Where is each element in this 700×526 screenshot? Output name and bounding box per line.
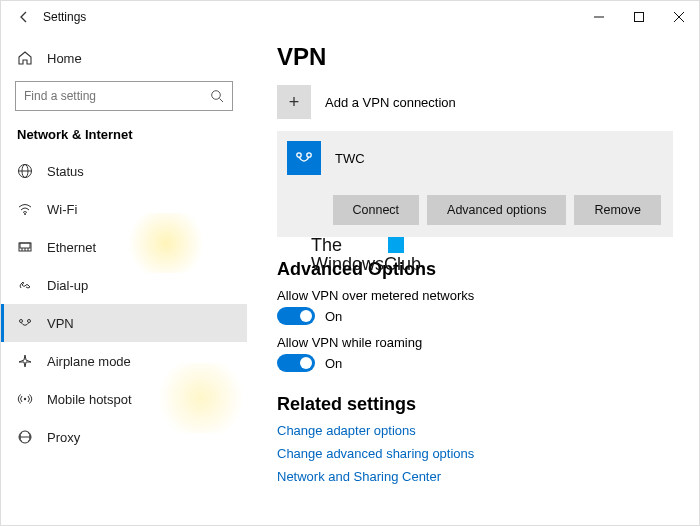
main-pane: VPN + Add a VPN connection TWC Connect A… — [247, 33, 699, 526]
sidebar: Home Network & Internet Status Wi-Fi Eth… — [1, 33, 247, 526]
svg-point-21 — [307, 153, 311, 157]
sidebar-item-status[interactable]: Status — [1, 152, 247, 190]
window-title: Settings — [43, 10, 86, 24]
maximize-button[interactable] — [619, 1, 659, 33]
opt-metered-label: Allow VPN over metered networks — [277, 288, 673, 303]
svg-point-17 — [24, 398, 26, 400]
svg-line-5 — [220, 99, 224, 103]
wifi-icon — [17, 201, 33, 217]
sidebar-item-ethernet[interactable]: Ethernet — [1, 228, 247, 266]
toggle-roaming-state: On — [325, 356, 342, 371]
sidebar-category: Network & Internet — [1, 123, 247, 152]
hotspot-icon — [17, 391, 33, 407]
link-network-sharing-center[interactable]: Network and Sharing Center — [277, 469, 673, 484]
sidebar-item-wifi[interactable]: Wi-Fi — [1, 190, 247, 228]
sidebar-home[interactable]: Home — [1, 41, 247, 75]
svg-point-16 — [28, 320, 31, 323]
vpn-entry[interactable]: TWC Connect Advanced options Remove — [277, 131, 673, 237]
add-vpn-label: Add a VPN connection — [325, 95, 456, 110]
sidebar-item-dialup[interactable]: Dial-up — [1, 266, 247, 304]
svg-point-20 — [297, 153, 301, 157]
sidebar-item-label: Dial-up — [47, 278, 88, 293]
sidebar-item-label: Ethernet — [47, 240, 96, 255]
sidebar-item-label: Mobile hotspot — [47, 392, 132, 407]
svg-point-9 — [24, 213, 26, 215]
add-vpn-row[interactable]: + Add a VPN connection — [277, 85, 673, 119]
link-adapter-options[interactable]: Change adapter options — [277, 423, 673, 438]
vpn-entry-name: TWC — [335, 151, 365, 166]
dialup-icon — [17, 277, 33, 293]
ethernet-icon — [17, 239, 33, 255]
sidebar-item-hotspot[interactable]: Mobile hotspot — [1, 380, 247, 418]
sidebar-home-label: Home — [47, 51, 82, 66]
close-button[interactable] — [659, 1, 699, 33]
svg-point-15 — [20, 320, 23, 323]
airplane-icon — [17, 353, 33, 369]
proxy-icon — [17, 429, 33, 445]
toggle-roaming[interactable] — [277, 354, 315, 372]
related-settings-heading: Related settings — [277, 394, 673, 415]
advanced-options-heading: Advanced Options — [277, 259, 673, 280]
search-input[interactable] — [15, 81, 233, 111]
opt-roaming-label: Allow VPN while roaming — [277, 335, 673, 350]
sidebar-item-label: Wi-Fi — [47, 202, 77, 217]
back-icon[interactable] — [9, 10, 39, 24]
minimize-button[interactable] — [579, 1, 619, 33]
sidebar-item-airplane[interactable]: Airplane mode — [1, 342, 247, 380]
vpn-entry-icon — [287, 141, 321, 175]
svg-rect-11 — [20, 243, 30, 248]
sidebar-item-vpn[interactable]: VPN — [1, 304, 247, 342]
connect-button[interactable]: Connect — [333, 195, 420, 225]
sidebar-item-label: VPN — [47, 316, 74, 331]
sidebar-item-label: Status — [47, 164, 84, 179]
toggle-metered[interactable] — [277, 307, 315, 325]
sidebar-item-label: Proxy — [47, 430, 80, 445]
page-title: VPN — [277, 43, 673, 71]
vpn-icon — [17, 315, 33, 331]
svg-point-4 — [212, 91, 221, 100]
remove-button[interactable]: Remove — [574, 195, 661, 225]
advanced-options-button[interactable]: Advanced options — [427, 195, 566, 225]
sidebar-item-label: Airplane mode — [47, 354, 131, 369]
svg-rect-1 — [635, 13, 644, 22]
search-field[interactable] — [24, 89, 210, 103]
search-icon — [210, 89, 224, 103]
globe-icon — [17, 163, 33, 179]
home-icon — [17, 50, 33, 66]
link-advanced-sharing[interactable]: Change advanced sharing options — [277, 446, 673, 461]
sidebar-item-proxy[interactable]: Proxy — [1, 418, 247, 456]
window-titlebar: Settings — [1, 1, 699, 33]
toggle-metered-state: On — [325, 309, 342, 324]
plus-icon: + — [277, 85, 311, 119]
